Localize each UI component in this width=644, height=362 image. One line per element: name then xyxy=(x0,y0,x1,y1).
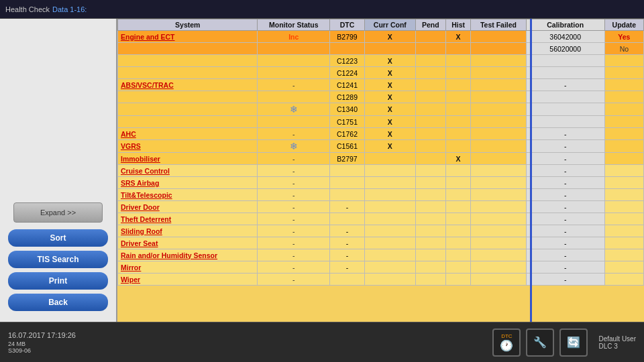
system-link[interactable]: Driver Door xyxy=(121,203,160,211)
calibration-cell: - xyxy=(526,237,604,249)
hist-cell xyxy=(445,165,471,177)
system-cell[interactable]: Wiper xyxy=(118,274,258,286)
test-failed-cell xyxy=(471,116,526,128)
monitor-status-cell: - xyxy=(258,177,330,189)
calibration-cell xyxy=(526,91,604,103)
system-cell[interactable]: Theft Deterrent xyxy=(118,213,258,225)
system-cell[interactable]: Immobiliser xyxy=(118,153,258,165)
sidebar: Expand >> Sort TIS Search Print Back xyxy=(0,19,117,322)
dtc-cell: C1223 xyxy=(329,55,364,67)
system-cell xyxy=(118,91,258,103)
system-link[interactable]: Driver Seat xyxy=(121,239,158,247)
dtc-gauge-icon: DTC 🕐 xyxy=(492,328,521,357)
hist-cell xyxy=(445,79,471,91)
calibration-cell: 56020000 xyxy=(526,43,604,55)
system-cell[interactable]: Driver Seat xyxy=(118,237,258,249)
curr-conf-cell xyxy=(365,177,416,189)
system-cell[interactable]: Sliding Roof xyxy=(118,225,258,237)
hist-cell xyxy=(445,189,471,201)
system-link[interactable]: Rain and/or Humidity Sensor xyxy=(121,251,217,259)
pend-cell xyxy=(415,177,445,189)
expand-button[interactable]: Expand >> xyxy=(13,202,103,223)
calibration-cell: - xyxy=(526,189,604,201)
update-cell xyxy=(604,91,643,103)
curr-conf-cell xyxy=(365,225,416,237)
system-link[interactable]: Engine and ECT xyxy=(121,33,175,41)
sort-button[interactable]: Sort xyxy=(8,229,108,247)
system-link[interactable]: Tilt&Telescopic xyxy=(121,191,172,199)
mb-label: 24 MB xyxy=(8,341,76,347)
curr-conf-cell xyxy=(365,261,416,274)
pend-cell xyxy=(415,201,445,213)
curr-conf-cell xyxy=(365,201,416,213)
table-row: Engine and ECTIncB2799XX36042000Yes xyxy=(118,31,644,43)
pend-cell xyxy=(415,67,445,79)
system-cell[interactable]: AHC xyxy=(118,128,258,140)
test-failed-cell xyxy=(471,79,526,91)
system-cell[interactable]: SRS Airbag xyxy=(118,177,258,189)
curr-conf-cell xyxy=(365,153,416,165)
hist-cell xyxy=(445,201,471,213)
system-cell[interactable]: Rain and/or Humidity Sensor xyxy=(118,249,258,261)
dtc-cell xyxy=(329,165,364,177)
calibration-cell: 36042000 xyxy=(526,31,604,43)
system-cell[interactable]: Engine and ECT xyxy=(118,31,258,43)
dtc-cell: C1561 xyxy=(329,140,364,153)
system-link[interactable]: VGRS xyxy=(121,142,141,150)
calibration-cell: - xyxy=(526,140,604,153)
dtc-cell xyxy=(329,43,364,55)
system-link[interactable]: ABS/VSC/TRAC xyxy=(121,81,174,89)
test-failed-cell xyxy=(471,91,526,103)
system-cell[interactable]: Mirror xyxy=(118,261,258,274)
table-row: Immobiliser-B2797X- xyxy=(118,153,644,165)
calibration-cell: - xyxy=(526,79,604,91)
screen: Health Check Data 1-16: Expand >> Sort T… xyxy=(0,0,644,362)
dtc-cell: C1751 xyxy=(329,116,364,128)
monitor-status-cell: ❄ xyxy=(258,140,330,153)
system-link[interactable]: Immobiliser xyxy=(121,155,160,163)
monitor-status-cell: Inc xyxy=(258,31,330,43)
pend-cell xyxy=(415,274,445,286)
monitor-status-cell xyxy=(258,43,330,55)
table-row: VGRS❄C1561X- xyxy=(118,140,644,153)
tis-search-button[interactable]: TIS Search xyxy=(8,251,108,268)
th-update: Update xyxy=(604,19,643,31)
test-failed-cell xyxy=(471,201,526,213)
data-range-label: Data 1-16: xyxy=(52,5,87,13)
table-row: Tilt&Telescopic-- xyxy=(118,189,644,201)
default-user-label: Default User xyxy=(598,335,636,343)
system-link[interactable]: SRS Airbag xyxy=(121,179,159,187)
update-cell: No xyxy=(604,43,643,55)
monitor-status-cell: - xyxy=(258,274,330,286)
system-link[interactable]: Wiper xyxy=(121,276,140,284)
system-link[interactable]: Sliding Roof xyxy=(121,227,162,235)
system-link[interactable]: AHC xyxy=(121,130,136,138)
dtc-cell xyxy=(329,189,364,201)
system-cell[interactable]: VGRS xyxy=(118,140,258,153)
system-cell xyxy=(118,43,258,55)
calibration-cell: - xyxy=(526,177,604,189)
hist-cell xyxy=(445,67,471,79)
table-row: Cruise Control-- xyxy=(118,165,644,177)
system-link[interactable]: Theft Deterrent xyxy=(121,215,171,223)
system-cell[interactable]: Driver Door xyxy=(118,201,258,213)
system-link[interactable]: Cruise Control xyxy=(121,167,170,175)
update-cell xyxy=(604,140,643,153)
system-link[interactable]: Mirror xyxy=(121,263,141,272)
print-button[interactable]: Print xyxy=(8,272,108,290)
pend-cell xyxy=(415,249,445,261)
table-row: Driver Seat--- xyxy=(118,237,644,249)
test-failed-cell xyxy=(471,177,526,189)
top-bar: Health Check Data 1-16: xyxy=(0,0,644,19)
system-cell[interactable]: Tilt&Telescopic xyxy=(118,189,258,201)
system-cell[interactable]: ABS/VSC/TRAC xyxy=(118,79,258,91)
th-hist: Hist xyxy=(445,19,471,31)
hist-cell xyxy=(445,43,471,55)
test-failed-cell xyxy=(471,67,526,79)
pend-cell xyxy=(415,261,445,274)
system-cell[interactable]: Cruise Control xyxy=(118,165,258,177)
th-system: System xyxy=(118,19,258,31)
curr-conf-cell: X xyxy=(365,140,416,153)
back-button[interactable]: Back xyxy=(8,294,108,311)
dtc-cell: C1241 xyxy=(329,79,364,91)
